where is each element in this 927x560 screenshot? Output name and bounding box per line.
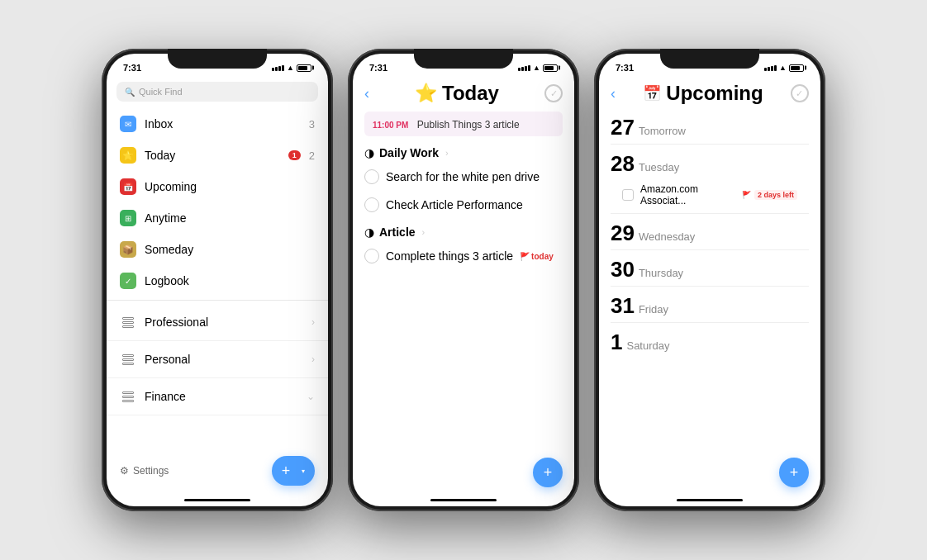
checkbox-pen-drive[interactable]	[364, 169, 379, 184]
check-icon-3: ✓	[796, 88, 803, 99]
signal-bar	[764, 68, 767, 71]
today-header: ‹ ⭐ Today ✓	[353, 77, 574, 108]
signal-bar	[282, 65, 284, 71]
today-emoji: ⭐	[415, 83, 437, 104]
date-num-28: 28	[611, 151, 635, 177]
search-icon: 🔍	[125, 88, 135, 97]
date-line-31: 31 Friday	[611, 293, 809, 319]
phone-2-screen: 7:31 ▲ ‹	[353, 54, 574, 506]
upcoming-icon: 📅	[120, 178, 136, 195]
nav-item-anytime[interactable]: ⊞ Anytime	[107, 202, 328, 234]
fab-plus-icon: +	[282, 463, 291, 480]
battery-fill	[544, 66, 554, 70]
status-icons-1: ▲	[272, 64, 311, 72]
nav-item-someday[interactable]: 📦 Someday	[107, 234, 328, 265]
upcoming-heading: Upcoming	[666, 82, 763, 105]
chevron-right-icon-2: ›	[311, 354, 315, 365]
phone-1: 7:31 ▲ 🔍	[102, 49, 333, 511]
fab-2[interactable]: +	[533, 458, 563, 487]
area-item-professional[interactable]: Professional ›	[107, 304, 328, 341]
file-icon: 🚩	[742, 191, 751, 199]
nav-item-inbox[interactable]: ✉ Inbox 3	[107, 108, 328, 140]
nav-item-today[interactable]: ⭐ Today 1 2	[107, 140, 328, 171]
upcoming-footer: +	[599, 449, 820, 496]
settings-button[interactable]: ⚙ Settings	[120, 465, 169, 477]
back-button-3[interactable]: ‹	[611, 85, 616, 102]
task-complete-things[interactable]: Complete things 3 article 🚩today	[353, 242, 574, 270]
today-title: ⭐ Today	[415, 82, 499, 105]
today-footer: +	[353, 449, 574, 496]
section-icon-article: ◑	[364, 225, 374, 239]
nav-count-today: 2	[309, 149, 315, 162]
settings-label: Settings	[133, 465, 169, 477]
signal-bar	[771, 66, 773, 71]
signal-bar	[768, 67, 770, 71]
circle-check-button[interactable]: ✓	[544, 84, 563, 102]
time-2: 7:31	[369, 63, 387, 73]
phone-1-screen: 7:31 ▲ 🔍	[107, 54, 328, 506]
screen-content-1: 🔍 Quick Find ✉ Inbox 3 ⭐ Today 1	[107, 77, 328, 506]
screen-content-3: ‹ 📅 Upcoming ✓ 27 Tomorrow	[599, 77, 820, 506]
fab-plus-icon-2: +	[544, 464, 553, 482]
divider-1	[107, 300, 328, 301]
fab-3[interactable]: +	[779, 458, 809, 487]
task-amazon[interactable]: Amazon.com Associat... 🚩 2 days left	[611, 178, 809, 211]
logbook-icon: ✓	[120, 273, 136, 289]
upcoming-header: ‹ 📅 Upcoming ✓	[599, 77, 820, 108]
signal-bar	[528, 65, 530, 71]
upcoming-view: ‹ 📅 Upcoming ✓ 27 Tomorrow	[599, 77, 820, 506]
area-label-finance: Finance	[145, 390, 298, 403]
anytime-icon: ⊞	[120, 210, 136, 226]
checkbox-amazon[interactable]	[622, 189, 634, 201]
time-3: 7:31	[616, 63, 634, 73]
nav-item-upcoming[interactable]: 📅 Upcoming	[107, 171, 328, 202]
back-button[interactable]: ‹	[364, 85, 369, 102]
date-section-30: 30 Thursday	[599, 250, 820, 286]
time-1: 7:31	[123, 63, 141, 73]
signal-bar	[518, 68, 521, 71]
date-day-29: Wednesday	[639, 230, 695, 243]
signal-bar	[774, 65, 777, 71]
date-num-31: 31	[611, 293, 635, 319]
section-daily-work[interactable]: ◑ Daily Work ›	[353, 140, 574, 163]
battery-icon	[297, 64, 311, 72]
search-bar[interactable]: 🔍 Quick Find	[116, 82, 318, 102]
nav-item-logbook[interactable]: ✓ Logbook	[107, 265, 328, 297]
section-article[interactable]: ◑ Article ›	[353, 219, 574, 242]
timed-task[interactable]: 11:00 PM Publish Things 3 article	[364, 112, 563, 136]
battery-icon	[543, 64, 558, 72]
nav-label-upcoming: Upcoming	[145, 180, 315, 193]
chevron-down-icon: ⌄	[307, 391, 315, 402]
area-item-personal[interactable]: Personal ›	[107, 341, 328, 378]
phone-3: 7:31 ▲ ‹	[594, 49, 825, 511]
date-day-31: Friday	[639, 303, 668, 316]
nav-badge-today: 1	[288, 150, 301, 160]
date-line-28: 28 Tuesday	[611, 151, 809, 177]
signal-bar	[521, 67, 524, 71]
bottom-bar-2	[430, 499, 497, 501]
check-icon: ✓	[550, 88, 558, 99]
someday-icon: 📦	[120, 241, 136, 258]
today-icon: ⭐	[120, 147, 136, 164]
area-item-finance[interactable]: Finance ⌄	[107, 378, 328, 415]
battery-icon	[789, 64, 804, 72]
fab-1[interactable]: + ▾	[272, 456, 315, 486]
section-icon-daily: ◑	[364, 146, 374, 159]
circle-check-button-3[interactable]: ✓	[791, 84, 809, 102]
checkbox-complete-things[interactable]	[364, 249, 379, 263]
sidebar-footer: ⚙ Settings + ▾	[107, 446, 328, 496]
date-section-1: 1 Saturday	[599, 323, 820, 358]
task-article-performance[interactable]: Check Article Performance	[353, 191, 574, 219]
task-text-article-perf: Check Article Performance	[386, 198, 523, 211]
checkbox-article-perf[interactable]	[364, 197, 379, 212]
signal-bar	[275, 67, 278, 71]
date-section-29: 29 Wednesday	[599, 214, 820, 249]
battery-fill	[298, 66, 307, 70]
task-pen-drive[interactable]: Search for the white pen drive	[353, 163, 574, 191]
area-icon-finance	[120, 388, 136, 405]
settings-icon: ⚙	[120, 465, 129, 477]
today-heading: Today	[442, 82, 499, 105]
section-label-daily: Daily Work	[379, 146, 439, 159]
task-text-amazon: Amazon.com Associat...	[640, 183, 735, 206]
wifi-icon: ▲	[533, 64, 540, 72]
